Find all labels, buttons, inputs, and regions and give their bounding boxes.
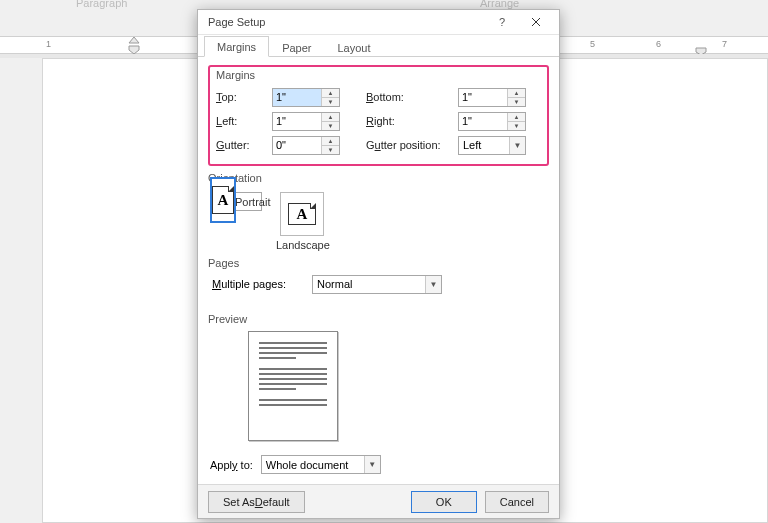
preview-legend: Preview: [208, 313, 549, 325]
svg-marker-1: [129, 46, 139, 54]
chevron-down-icon: ▼: [425, 276, 441, 293]
spin-up-icon[interactable]: ▲: [322, 89, 339, 98]
right-spinner[interactable]: ▲▼: [458, 112, 526, 131]
multiple-pages-label: Multiple pages:: [212, 278, 308, 290]
ribbon-section-hints: Paragraph Arrange: [0, 0, 768, 8]
left-label: Left:: [216, 115, 268, 127]
chevron-down-icon: ▼: [364, 456, 380, 473]
apply-to-label: Apply to:: [210, 459, 253, 471]
cancel-button[interactable]: Cancel: [485, 491, 549, 513]
top-input[interactable]: [273, 89, 321, 106]
bottom-label: Bottom:: [366, 91, 454, 103]
svg-marker-0: [129, 37, 139, 43]
pages-legend: Pages: [208, 257, 549, 269]
gutter-input[interactable]: [273, 137, 321, 154]
orientation-legend: Orientation: [208, 172, 549, 184]
orientation-portrait[interactable]: A Portrait: [210, 192, 262, 211]
tab-layout[interactable]: Layout: [324, 37, 383, 57]
tab-paper[interactable]: Paper: [269, 37, 324, 57]
ribbon-hint-arrange: Arrange: [480, 0, 519, 9]
preview-thumbnail: [248, 331, 338, 441]
help-button[interactable]: ?: [485, 11, 519, 33]
dialog-footer: Set As Default OK Cancel: [198, 484, 559, 518]
gutter-spinner[interactable]: ▲▼: [272, 136, 340, 155]
right-label: Right:: [366, 115, 454, 127]
top-spinner[interactable]: ▲▼: [272, 88, 340, 107]
page-setup-dialog: Page Setup ? Margins Paper Layout Margin…: [197, 9, 560, 519]
dialog-titlebar[interactable]: Page Setup ?: [198, 10, 559, 35]
right-input[interactable]: [459, 113, 507, 130]
gutter-position-select[interactable]: Left ▼: [458, 136, 526, 155]
margins-highlight-box: Margins Top: ▲▼ Bottom: ▲▼ Left: ▲▼: [208, 65, 549, 166]
gutter-position-label: Gutter position:: [366, 139, 454, 151]
ribbon-hint-paragraph: Paragraph: [76, 0, 127, 9]
bottom-spinner[interactable]: ▲▼: [458, 88, 526, 107]
apply-to-select[interactable]: Whole document ▼: [261, 455, 381, 474]
top-label: Top:: [216, 91, 268, 103]
orientation-landscape[interactable]: A Landscape: [276, 192, 328, 251]
spin-down-icon[interactable]: ▼: [322, 98, 339, 106]
bottom-input[interactable]: [459, 89, 507, 106]
dialog-tabs: Margins Paper Layout: [198, 35, 559, 58]
set-as-default-button[interactable]: Set As Default: [208, 491, 305, 513]
chevron-down-icon: ▼: [509, 137, 525, 154]
close-icon: [531, 17, 541, 27]
close-button[interactable]: [519, 11, 553, 33]
left-input[interactable]: [273, 113, 321, 130]
tab-margins[interactable]: Margins: [204, 36, 269, 57]
indent-marker-first-line[interactable]: [128, 36, 140, 54]
orientation-group: A Portrait A Landscape: [208, 188, 549, 251]
multiple-pages-select[interactable]: Normal ▼: [312, 275, 442, 294]
dialog-title: Page Setup: [208, 16, 485, 28]
margins-legend: Margins: [216, 69, 541, 84]
gutter-label: Gutter:: [216, 139, 268, 151]
ok-button[interactable]: OK: [411, 491, 477, 513]
left-spinner[interactable]: ▲▼: [272, 112, 340, 131]
